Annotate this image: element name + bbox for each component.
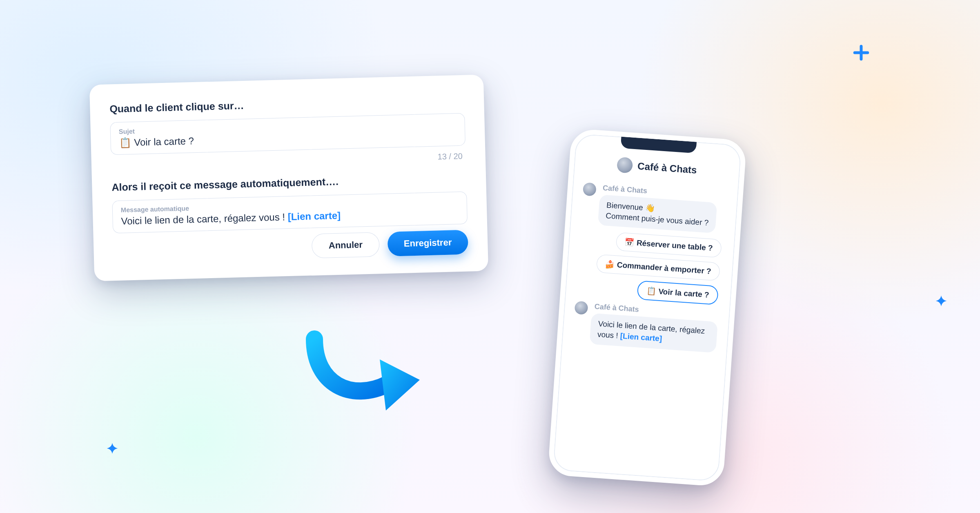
incoming-message: Café à Chats Bienvenue 👋 Comment puis-je…: [581, 182, 728, 234]
quick-reply-option-selected[interactable]: 📋 Voir la carte ?: [637, 281, 719, 306]
avatar: [617, 157, 633, 174]
sender-name: Café à Chats: [602, 184, 647, 196]
avatar: [583, 182, 597, 196]
save-button[interactable]: Enregistrer: [387, 230, 468, 256]
message-line: Comment puis-je vous aider ?: [606, 211, 709, 227]
message-line: Bienvenue 👋: [606, 201, 655, 212]
incoming-message: Café à Chats Voici le lien de la carte, …: [572, 301, 719, 353]
message-bubble: Bienvenue 👋 Comment puis-je vous aider ?: [598, 194, 717, 233]
sparkle-icon: [933, 294, 949, 310]
subject-char-counter: 13 / 20: [111, 152, 466, 170]
auto-message-field[interactable]: Message automatique Voici le lien de la …: [112, 192, 468, 234]
chat-title: Café à Chats: [637, 161, 697, 176]
automation-form-card: Quand le client clique sur… Sujet 📋 Voir…: [89, 74, 488, 281]
plus-icon: [853, 44, 870, 61]
section-title-action: Alors il reçoit ce message automatiqueme…: [111, 172, 466, 194]
auto-message-text: Voici le lien de la carte, régalez vous …: [121, 211, 288, 227]
message-bubble: Voici le lien de la carte, régalez vous …: [589, 313, 717, 353]
sender-name: Café à Chats: [594, 302, 639, 314]
auto-message-link-chip[interactable]: [Lien carte]: [287, 210, 341, 222]
subject-field[interactable]: Sujet 📋 Voir la carte ?: [110, 113, 466, 155]
quick-reply-option[interactable]: 🍰 Commander à emporter ?: [596, 254, 720, 281]
quick-reply-options: 📅 Réserver une table ? 🍰 Commander à emp…: [594, 231, 724, 306]
arrow-icon: [302, 323, 425, 417]
sparkle-icon: [104, 442, 120, 458]
quick-reply-option[interactable]: 📅 Réserver une table ?: [615, 232, 722, 258]
phone-preview: Café à Chats Café à Chats Bienvenue 👋 Co…: [548, 128, 747, 487]
message-link[interactable]: [Lien carte]: [620, 332, 662, 343]
chat-header: Café à Chats: [584, 155, 730, 181]
section-title-trigger: Quand le client clique sur…: [109, 94, 464, 115]
avatar: [574, 301, 588, 315]
cancel-button[interactable]: Annuler: [312, 232, 380, 258]
form-actions: Annuler Enregistrer: [113, 230, 468, 264]
